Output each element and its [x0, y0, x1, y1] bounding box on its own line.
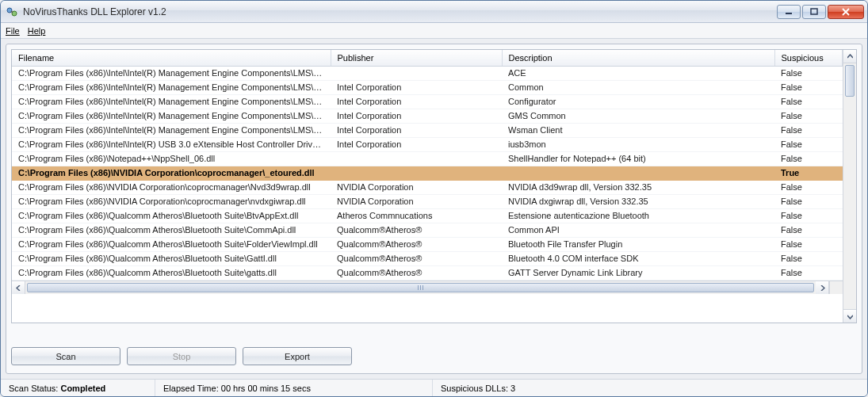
cell-filename: C:\Program Files (x86)\NVIDIA Corporatio… — [12, 166, 331, 181]
status-elapsed: Elapsed Time: 00 hrs 00 mins 15 secs — [155, 380, 433, 396]
status-suspicious: Suspicious DLLs: 3 — [433, 380, 523, 396]
cell-suspicious: False — [774, 223, 843, 238]
cell-description — [502, 166, 774, 181]
cell-description: Bluetooth 4.0 COM interface SDK — [502, 252, 774, 266]
window-controls — [777, 5, 864, 19]
table-row[interactable]: C:\Program Files (x86)\Qualcomm Atheros\… — [12, 209, 843, 223]
col-header-suspicious[interactable]: Suspicious — [774, 50, 843, 67]
table-row[interactable]: C:\Program Files (x86)\Intel\Intel(R) Ma… — [12, 67, 843, 81]
menu-help[interactable]: Help — [28, 26, 46, 36]
cell-description: Estensione autenticazione Bluetooth — [502, 209, 774, 223]
cell-filename: C:\Program Files (x86)\Intel\Intel(R) Ma… — [12, 124, 331, 138]
cell-suspicious: False — [774, 181, 843, 195]
cell-suspicious: False — [774, 209, 843, 223]
statusbar: Scan Status: Completed Elapsed Time: 00 … — [1, 379, 867, 396]
cell-description: Bluetooth File Transfer Plugin — [502, 238, 774, 252]
scroll-up-icon[interactable] — [843, 50, 856, 63]
horizontal-scrollbar[interactable] — [12, 281, 843, 294]
table-row[interactable]: C:\Program Files (x86)\NVIDIA Corporatio… — [12, 181, 843, 195]
cell-publisher: Qualcomm®Atheros® — [331, 252, 502, 266]
cell-filename: C:\Program Files (x86)\Intel\Intel(R) Ma… — [12, 109, 331, 124]
cell-filename: C:\Program Files (x86)\Qualcomm Atheros\… — [12, 223, 331, 238]
vertical-scrollbar[interactable] — [843, 50, 856, 323]
cell-publisher — [331, 166, 502, 181]
cell-suspicious: False — [774, 238, 843, 252]
table-row[interactable]: C:\Program Files (x86)\Notepad++\NppShel… — [12, 152, 843, 166]
export-button[interactable]: Export — [243, 347, 352, 365]
cell-description: GATT Server Dynamic Link Library — [502, 266, 774, 281]
cell-suspicious: False — [774, 195, 843, 209]
status-elapsed-label: Elapsed Time: — [163, 384, 219, 393]
stop-button[interactable]: Stop — [127, 347, 236, 365]
minimize-button[interactable] — [777, 5, 801, 19]
svg-rect-3 — [811, 9, 817, 14]
table-row[interactable]: C:\Program Files (x86)\Intel\Intel(R) Ma… — [12, 95, 843, 109]
cell-suspicious: True — [774, 166, 843, 181]
col-header-filename[interactable]: Filename — [12, 50, 331, 67]
cell-publisher: Intel Corporation — [331, 81, 502, 95]
cell-suspicious: False — [774, 67, 843, 81]
cell-description: GMS Common — [502, 109, 774, 124]
table-row[interactable]: C:\Program Files (x86)\NVIDIA Corporatio… — [12, 166, 843, 181]
cell-filename: C:\Program Files (x86)\Qualcomm Atheros\… — [12, 238, 331, 252]
cell-suspicious: False — [774, 252, 843, 266]
cell-filename: C:\Program Files (x86)\Qualcomm Atheros\… — [12, 266, 331, 281]
table-row[interactable]: C:\Program Files (x86)\NVIDIA Corporatio… — [12, 195, 843, 209]
cell-filename: C:\Program Files (x86)\NVIDIA Corporatio… — [12, 195, 331, 209]
cell-filename: C:\Program Files (x86)\Intel\Intel(R) Ma… — [12, 95, 331, 109]
cell-description: Common — [502, 81, 774, 95]
cell-description: ShellHandler for Notepad++ (64 bit) — [502, 152, 774, 166]
cell-filename: C:\Program Files (x86)\Intel\Intel(R) US… — [12, 138, 331, 152]
scroll-right-icon[interactable] — [816, 281, 829, 294]
col-header-publisher[interactable]: Publisher — [331, 50, 502, 67]
col-header-description[interactable]: Description — [502, 50, 774, 67]
cell-publisher: Intel Corporation — [331, 124, 502, 138]
table-row[interactable]: C:\Program Files (x86)\Intel\Intel(R) Ma… — [12, 81, 843, 95]
cell-publisher — [331, 152, 502, 166]
cell-publisher: NVIDIA Corporation — [331, 195, 502, 209]
status-scan-label: Scan Status: — [9, 384, 58, 393]
menubar: File Help — [1, 23, 867, 39]
cell-suspicious: False — [774, 266, 843, 281]
cell-publisher: Qualcomm®Atheros® — [331, 238, 502, 252]
cell-filename: C:\Program Files (x86)\NVIDIA Corporatio… — [12, 181, 331, 195]
app-icon — [6, 6, 18, 18]
table-row[interactable]: C:\Program Files (x86)\Qualcomm Atheros\… — [12, 238, 843, 252]
cell-filename: C:\Program Files (x86)\Intel\Intel(R) Ma… — [12, 81, 331, 95]
cell-description: Common API — [502, 223, 774, 238]
cell-suspicious: False — [774, 138, 843, 152]
buttons-row: Scan Stop Export — [11, 323, 857, 368]
maximize-button[interactable] — [802, 5, 826, 19]
vscroll-thumb[interactable] — [845, 65, 855, 97]
hscroll-thumb[interactable] — [27, 283, 814, 292]
cell-filename: C:\Program Files (x86)\Notepad++\NppShel… — [12, 152, 331, 166]
cell-description: Configurator — [502, 95, 774, 109]
table-row[interactable]: C:\Program Files (x86)\Intel\Intel(R) Ma… — [12, 109, 843, 124]
content-frame: Filename Publisher Description Suspiciou… — [6, 44, 862, 374]
table-row[interactable]: C:\Program Files (x86)\Qualcomm Atheros\… — [12, 252, 843, 266]
scan-button[interactable]: Scan — [11, 347, 120, 365]
dll-table: Filename Publisher Description Suspiciou… — [12, 50, 843, 281]
table-row[interactable]: C:\Program Files (x86)\Intel\Intel(R) Ma… — [12, 124, 843, 138]
cell-publisher — [331, 67, 502, 81]
close-button[interactable] — [828, 5, 864, 19]
cell-suspicious: False — [774, 124, 843, 138]
cell-filename: C:\Program Files (x86)\Intel\Intel(R) Ma… — [12, 67, 331, 81]
cell-description: iusb3mon — [502, 138, 774, 152]
scroll-left-icon[interactable] — [12, 281, 25, 294]
table-container: Filename Publisher Description Suspiciou… — [11, 49, 857, 323]
cell-description: NVIDIA dxgiwrap dll, Version 332.35 — [502, 195, 774, 209]
cell-description: Wsman Client — [502, 124, 774, 138]
cell-description: NVIDIA d3d9wrap dll, Version 332.35 — [502, 181, 774, 195]
table-row[interactable]: C:\Program Files (x86)\Qualcomm Atheros\… — [12, 266, 843, 281]
menu-file[interactable]: File — [6, 26, 20, 36]
cell-suspicious: False — [774, 152, 843, 166]
cell-suspicious: False — [774, 109, 843, 124]
scroll-down-icon[interactable] — [843, 309, 856, 323]
status-susp-value: 3 — [510, 384, 515, 393]
table-row[interactable]: C:\Program Files (x86)\Intel\Intel(R) US… — [12, 138, 843, 152]
status-elapsed-value: 00 hrs 00 mins 15 secs — [221, 384, 311, 393]
titlebar: NoVirusThanks DLL Explorer v1.2 — [1, 1, 867, 23]
cell-publisher: Qualcomm®Atheros® — [331, 223, 502, 238]
table-row[interactable]: C:\Program Files (x86)\Qualcomm Atheros\… — [12, 223, 843, 238]
